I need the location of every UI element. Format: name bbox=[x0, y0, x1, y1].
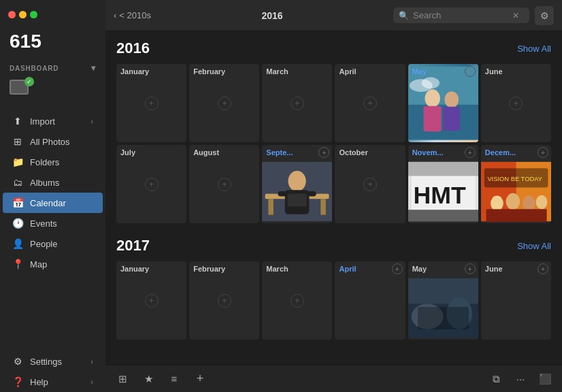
sidebar-toggle-button[interactable]: ⬛ bbox=[536, 370, 554, 388]
add-month-icon[interactable]: + bbox=[509, 97, 523, 110]
month-september-2016[interactable]: Septe... + bbox=[262, 145, 332, 223]
favorites-button[interactable]: ★ bbox=[139, 370, 157, 388]
search-clear-icon[interactable]: ✕ bbox=[512, 11, 519, 20]
add-month-icon[interactable]: + bbox=[291, 294, 304, 308]
filter-icon: ≡ bbox=[171, 373, 178, 385]
copy-icon: ⧉ bbox=[493, 373, 500, 385]
month-february-2016[interactable]: February + bbox=[189, 64, 259, 142]
bottom-toolbar: ⊞ ★ ≡ + ⧉ ··· ⬛ bbox=[105, 365, 562, 392]
more-options-button[interactable]: ··· bbox=[512, 370, 529, 388]
search-input[interactable] bbox=[413, 10, 508, 20]
sidebar-item-settings[interactable]: ⚙ Settings › bbox=[3, 351, 103, 372]
settings-gear-button[interactable]: ⚙ bbox=[535, 6, 554, 25]
copy-button[interactable]: ⧉ bbox=[487, 370, 505, 388]
import-icon: ⬆ bbox=[12, 116, 23, 127]
months-grid-2017: January + February + March + April + bbox=[116, 261, 551, 340]
star-icon: ★ bbox=[144, 373, 153, 385]
month-label: January bbox=[116, 261, 153, 274]
sidebar-item-albums[interactable]: 🗂 Albums bbox=[3, 172, 103, 193]
add-month-button[interactable]: + bbox=[465, 263, 476, 274]
month-april-2016[interactable]: April + bbox=[335, 64, 405, 142]
month-may-2016[interactable]: May + bbox=[408, 64, 478, 142]
add-month-button[interactable]: + bbox=[465, 66, 476, 77]
sidebar-item-label: Help bbox=[30, 377, 48, 387]
sidebar-item-all-photos[interactable]: ⊞ All Photos bbox=[3, 131, 103, 152]
minimize-button[interactable] bbox=[19, 11, 27, 18]
month-march-2017[interactable]: March + bbox=[262, 261, 332, 340]
month-december-2016[interactable]: Decem... + VISION BE TODAY bbox=[481, 145, 551, 223]
sidebar-device: ✓ bbox=[0, 76, 105, 105]
month-january-2017[interactable]: January + bbox=[116, 261, 186, 340]
add-month-icon[interactable]: + bbox=[291, 97, 304, 110]
add-month-button[interactable]: + bbox=[538, 263, 548, 274]
month-july-2016[interactable]: July + bbox=[116, 145, 186, 223]
month-june-2017[interactable]: June + bbox=[481, 261, 551, 340]
grid-view-button[interactable]: ⊞ bbox=[114, 370, 131, 388]
svg-rect-15 bbox=[278, 191, 287, 197]
month-label: July bbox=[116, 145, 139, 158]
add-month-icon[interactable]: + bbox=[363, 97, 377, 110]
month-october-2016[interactable]: October + bbox=[335, 145, 405, 223]
back-button[interactable]: ‹ < 2010s bbox=[114, 10, 151, 20]
add-button[interactable]: + bbox=[191, 370, 209, 388]
sidebar-item-events[interactable]: 🕐 Events bbox=[3, 213, 103, 233]
sidebar-item-people[interactable]: 👤 People bbox=[3, 233, 103, 254]
close-button[interactable] bbox=[8, 11, 16, 18]
traffic-lights bbox=[0, 5, 105, 24]
add-month-icon[interactable]: + bbox=[218, 97, 231, 110]
app-photo-count: 615 bbox=[0, 24, 105, 56]
svg-point-27 bbox=[491, 196, 503, 212]
arrow-icon: › bbox=[90, 117, 93, 125]
sidebar-item-label: Map bbox=[30, 259, 47, 270]
gear-icon: ⚙ bbox=[540, 10, 549, 21]
month-label: Decem... bbox=[481, 145, 520, 158]
month-august-2016[interactable]: August + bbox=[189, 145, 259, 223]
add-month-button[interactable]: + bbox=[538, 147, 548, 158]
year-label-2017: 2017 bbox=[116, 237, 150, 255]
add-month-icon[interactable]: + bbox=[363, 178, 377, 191]
month-label: April bbox=[335, 64, 360, 77]
add-month-icon[interactable]: + bbox=[145, 294, 159, 308]
show-all-2016[interactable]: Show All bbox=[517, 44, 551, 54]
add-month-icon[interactable]: + bbox=[218, 178, 231, 191]
back-arrow-icon: ‹ bbox=[114, 10, 116, 20]
year-label-2016: 2016 bbox=[116, 39, 150, 57]
sidebar-item-label: Calendar bbox=[30, 198, 66, 208]
arrow-icon: › bbox=[90, 378, 93, 386]
search-box: 🔍 ✕ bbox=[393, 7, 529, 23]
sidebar-item-folders[interactable]: 📁 Folders bbox=[3, 152, 103, 172]
month-label: May bbox=[408, 261, 431, 274]
month-january-2016[interactable]: January + bbox=[116, 64, 186, 142]
month-february-2017[interactable]: February + bbox=[189, 261, 259, 340]
show-all-2017[interactable]: Show All bbox=[517, 241, 551, 251]
sidebar-item-help[interactable]: ❓ Help › bbox=[3, 372, 103, 392]
device-check-icon: ✓ bbox=[24, 77, 34, 86]
add-month-button[interactable]: + bbox=[392, 263, 403, 274]
month-may-2017[interactable]: May + bbox=[408, 261, 478, 340]
svg-rect-36 bbox=[418, 307, 469, 329]
month-label: February bbox=[189, 261, 229, 274]
add-month-icon[interactable]: + bbox=[145, 97, 159, 110]
svg-rect-31 bbox=[486, 209, 546, 222]
month-june-2016[interactable]: June + bbox=[481, 64, 551, 142]
sidebar-item-import[interactable]: ⬆ Import › bbox=[3, 111, 103, 131]
sidebar-item-calendar[interactable]: 📅 Calendar bbox=[3, 193, 103, 213]
add-month-button[interactable]: + bbox=[318, 147, 329, 158]
year-section-2017: 2017 Show All January + February + March… bbox=[116, 237, 551, 340]
month-november-2016[interactable]: Novem... + HMT bbox=[408, 145, 478, 223]
sidebar-item-map[interactable]: 📍 Map bbox=[3, 254, 103, 274]
events-icon: 🕐 bbox=[12, 218, 23, 229]
month-label: June bbox=[481, 64, 507, 77]
filter-button[interactable]: ≡ bbox=[165, 370, 183, 388]
add-month-icon[interactable]: + bbox=[218, 294, 231, 308]
month-label: March bbox=[262, 261, 292, 274]
month-april-2017[interactable]: April + bbox=[335, 261, 405, 340]
albums-icon: 🗂 bbox=[12, 177, 23, 188]
month-march-2016[interactable]: March + bbox=[262, 64, 332, 142]
add-month-icon[interactable]: + bbox=[145, 178, 159, 191]
fullscreen-button[interactable] bbox=[30, 11, 37, 18]
svg-rect-5 bbox=[443, 107, 459, 131]
add-month-button[interactable]: + bbox=[465, 147, 476, 158]
ellipsis-icon: ··· bbox=[516, 373, 525, 385]
svg-point-30 bbox=[535, 195, 547, 210]
